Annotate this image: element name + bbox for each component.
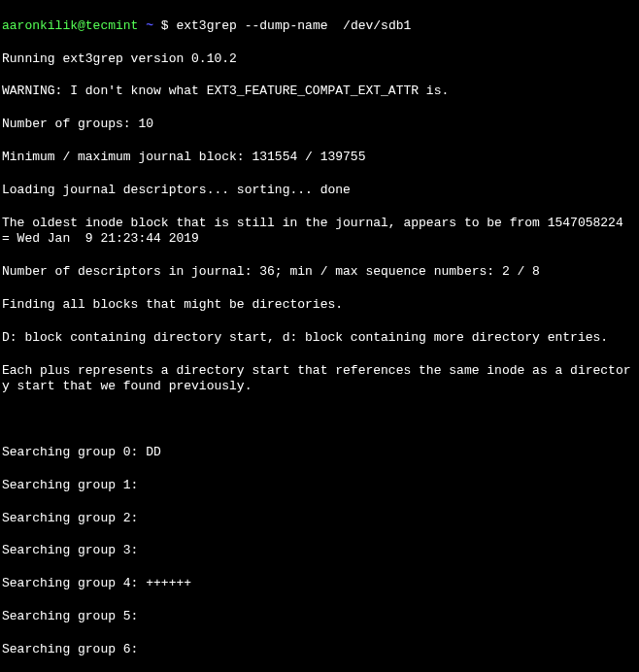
blank-line-1 — [2, 412, 637, 428]
output-finding-blocks: Finding all blocks that might be directo… — [2, 297, 637, 314]
prompt-path: ~ — [146, 18, 153, 33]
output-journal-block: Minimum / maximum journal block: 131554 … — [2, 150, 637, 166]
prompt-user: aaronkilik@tecmint — [2, 18, 138, 33]
output-search-5: Searching group 5: — [2, 609, 637, 625]
output-search-2: Searching group 2: — [2, 511, 637, 527]
output-search-0: Searching group 0: DD — [2, 445, 637, 461]
output-oldest-inode: The oldest inode block that is still in … — [2, 216, 637, 249]
output-search-6: Searching group 6: — [2, 642, 637, 658]
terminal-window[interactable]: aaronkilik@tecmint ~ $ ext3grep --dump-n… — [2, 2, 637, 672]
prompt-symbol: $ — [153, 18, 176, 33]
output-groups: Number of groups: 10 — [2, 117, 637, 133]
prompt-line-1: aaronkilik@tecmint ~ $ ext3grep --dump-n… — [2, 18, 637, 35]
output-search-4: Searching group 4: ++++++ — [2, 576, 637, 592]
output-legend-plus: Each plus represents a directory start t… — [2, 363, 637, 396]
output-loading: Loading journal descriptors... sorting..… — [2, 183, 637, 199]
output-search-3: Searching group 3: — [2, 543, 637, 559]
output-search-1: Searching group 1: — [2, 478, 637, 494]
output-version: Running ext3grep version 0.10.2 — [2, 51, 637, 68]
output-warning: WARNING: I don't know what EXT3_FEATURE_… — [2, 84, 637, 100]
output-descriptors: Number of descriptors in journal: 36; mi… — [2, 264, 637, 281]
output-legend-d: D: block containing directory start, d: … — [2, 330, 637, 347]
command-input: ext3grep --dump-name /dev/sdb1 — [176, 18, 411, 33]
